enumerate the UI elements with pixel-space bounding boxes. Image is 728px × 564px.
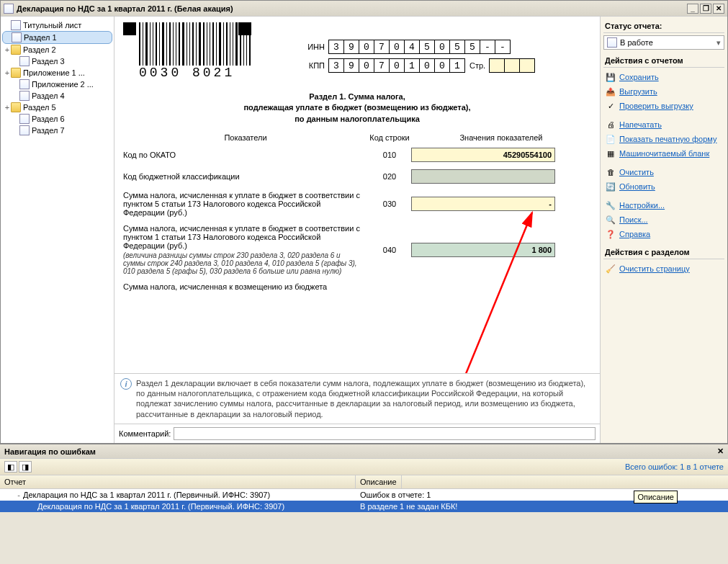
error-nav-close-icon[interactable]: ✕ [717, 447, 724, 456]
tooltip: Описание [634, 491, 678, 503]
error-col-report[interactable]: Отчет [0, 475, 356, 488]
action-label: Очистить страницу [619, 264, 690, 273]
blank-icon: ▦ [605, 148, 616, 159]
row-value-input[interactable]: - [411, 197, 555, 211]
inn-cells: 3907045055-- [329, 40, 511, 54]
row-value-input[interactable] [411, 169, 555, 184]
action-help[interactable]: ❓Справка [603, 227, 724, 241]
inn-label: ИНН [296, 42, 325, 51]
tree-item-label: Раздел 3 [32, 57, 65, 66]
error-row[interactable]: -Декларация по НДС за 1 квартал 2011 г. … [0, 489, 728, 501]
actions-group-title: Действия с отчетом [603, 54, 724, 68]
comment-input[interactable] [174, 427, 596, 440]
tree-item-label: Раздел 7 [32, 126, 65, 135]
data-row: Сумма налога, исчисленная к уплате в бюд… [123, 191, 591, 217]
tree-item-label: Раздел 2 [23, 45, 56, 54]
tree-item[interactable]: Раздел 3 [11, 55, 112, 67]
section-title: Раздел 1. Сумма налога, подлежащая уплат… [152, 91, 562, 125]
doc-icon [11, 20, 21, 30]
folder-icon [11, 45, 21, 55]
search-icon: 🔍 [605, 214, 616, 225]
tree-item[interactable]: +Приложение 1 ... [2, 67, 112, 79]
status-select[interactable]: В работе ▾ [603, 35, 724, 50]
printform-icon: 📄 [605, 133, 616, 145]
tree-item[interactable]: +Раздел 5 [2, 102, 112, 113]
doc-icon [19, 125, 30, 135]
main-window: Декларация по НДС за 1 квартал 2011 г. (… [0, 0, 728, 444]
maximize-button[interactable]: ❐ [700, 4, 711, 14]
row-value-input[interactable]: 45290554100 [411, 148, 555, 162]
action-label: Показать печатную форму [619, 135, 717, 143]
error-list[interactable]: Описание -Декларация по НДС за 1 квартал… [0, 489, 728, 512]
tree-item[interactable]: Приложение 2 ... [11, 79, 112, 90]
action-refresh[interactable]: 🔄Обновить [603, 179, 724, 194]
action-save[interactable]: 💾Сохранить [603, 70, 724, 84]
row-label: Сумма налога, исчисленная к уплате в бюд… [123, 191, 368, 217]
tree-item-label: Раздел 1 [24, 33, 57, 42]
row-label: Сумма налога, исчисленная к возмещению и… [123, 282, 368, 291]
save-icon: 💾 [605, 71, 616, 83]
folder-icon [11, 68, 21, 78]
doc-icon [19, 79, 30, 89]
close-button[interactable]: ✕ [713, 4, 724, 14]
tree-item[interactable]: Титульный лист [2, 19, 112, 31]
row-code: 010 [368, 151, 411, 159]
action-label: Обновить [619, 182, 655, 191]
action-printform[interactable]: 📄Показать печатную форму [603, 132, 724, 146]
print-icon: 🖨 [605, 119, 616, 130]
action-clear[interactable]: 🗑Очистить [603, 165, 724, 179]
tree-item-label: Раздел 6 [32, 115, 65, 123]
check-icon: ✓ [605, 100, 616, 112]
export-icon: 📤 [605, 86, 616, 97]
data-row: Сумма налога, исчисленная к уплате в бюд… [123, 224, 591, 275]
expand-icon[interactable]: - [14, 491, 23, 499]
status-value: В работе [620, 38, 653, 47]
chevron-down-icon: ▾ [716, 38, 721, 48]
action-label: Выгрузить [619, 87, 657, 96]
action-export[interactable]: 📤Выгрузить [603, 84, 724, 99]
error-prev-button[interactable]: ◧ [4, 461, 17, 473]
row-value-input[interactable]: 1 800 [411, 243, 555, 257]
page-label: Стр. [469, 61, 485, 70]
action-clearpage[interactable]: 🧹Очистить страницу [603, 261, 724, 276]
action-blank[interactable]: ▦Машиночитаемый бланк [603, 146, 724, 161]
action-label: Напечатать [619, 120, 662, 129]
error-columns: Отчет Описание [0, 475, 728, 489]
tree-item-label: Раздел 4 [32, 91, 65, 100]
error-navigation: Навигация по ошибкам ✕ ◧ ◨ Всего ошибок:… [0, 444, 728, 512]
tree-item[interactable]: Раздел 7 [11, 125, 112, 136]
error-next-button[interactable]: ◨ [19, 461, 32, 473]
error-row[interactable]: Декларация по НДС за 1 квартал 2011 г. (… [0, 501, 728, 512]
section-actions-title: Действия с разделом [603, 246, 724, 259]
error-col-desc[interactable]: Описание [356, 475, 402, 488]
titlebar: Декларация по НДС за 1 квартал 2011 г. (… [1, 1, 727, 17]
expand-icon[interactable]: + [4, 68, 11, 77]
expand-icon[interactable]: + [4, 103, 11, 112]
row-code: 040 [368, 246, 411, 254]
tree-item[interactable]: Раздел 6 [11, 113, 112, 125]
barcode-number: 0030 8021 [139, 66, 253, 80]
tree-item-label: Приложение 1 ... [23, 68, 85, 77]
doc-icon [19, 91, 30, 101]
action-check[interactable]: ✓Проверить выгрузку [603, 99, 724, 113]
barcode: 0030 8021 [123, 22, 253, 80]
action-label: Проверить выгрузку [619, 102, 693, 110]
action-print[interactable]: 🖨Напечатать [603, 117, 724, 132]
tree-item[interactable]: Раздел 1 [2, 31, 112, 44]
action-label: Настройки... [619, 201, 665, 210]
minimize-button[interactable]: _ [687, 4, 698, 14]
action-label: Машиночитаемый бланк [619, 149, 709, 158]
tree-item[interactable]: Раздел 4 [11, 90, 112, 102]
doc-icon [12, 32, 22, 42]
doc-icon [4, 4, 14, 14]
action-settings[interactable]: 🔧Настройки... [603, 198, 724, 212]
action-search[interactable]: 🔍Поиск... [603, 212, 724, 227]
info-panel: i Раздел 1 декларации включает в себя по… [114, 373, 600, 424]
expand-icon[interactable]: + [4, 45, 11, 54]
navigation-tree[interactable]: Титульный листРаздел 1+Раздел 2Раздел 3+… [1, 17, 114, 443]
tree-item-label: Приложение 2 ... [32, 80, 94, 89]
info-text: Раздел 1 декларации включает в себя пока… [136, 378, 594, 419]
row-label: Код по ОКАТО [123, 151, 368, 159]
action-label: Сохранить [619, 73, 659, 81]
tree-item[interactable]: +Раздел 2 [2, 44, 112, 55]
